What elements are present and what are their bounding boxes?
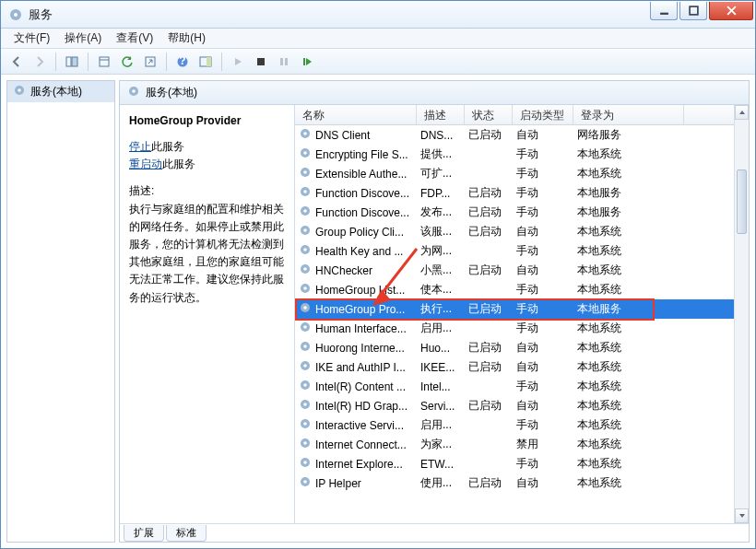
col-status[interactable]: 状态 — [465, 105, 513, 124]
service-row[interactable]: Function Discove...发布...已启动手动本地服务 — [295, 203, 749, 222]
restart-service-button[interactable] — [297, 52, 317, 72]
svg-point-26 — [303, 170, 307, 174]
service-row[interactable]: Encrypting File S...提供...手动本地系统 — [295, 145, 749, 164]
cell-desc: FDP... — [417, 187, 465, 200]
body: 服务(本地) 服务(本地) HomeGroup Provider 停止此服务 重… — [1, 75, 755, 548]
svg-point-42 — [303, 325, 307, 329]
cell-name: IKE and AuthIP I... — [315, 361, 406, 374]
scroll-up-button[interactable] — [735, 105, 749, 120]
menu-file[interactable]: 文件(F) — [6, 29, 57, 48]
service-row[interactable]: Human Interface...启用...手动本地系统 — [295, 319, 749, 338]
col-logon[interactable]: 登录为 — [573, 105, 684, 124]
cell-logon: 本地服务 — [573, 301, 684, 317]
scroll-down-button[interactable] — [735, 508, 749, 523]
menu-action[interactable]: 操作(A) — [57, 29, 109, 48]
cell-start: 手动 — [513, 456, 573, 472]
cell-logon: 本地系统 — [573, 340, 684, 356]
col-desc[interactable]: 描述 — [417, 105, 465, 124]
col-start[interactable]: 启动类型 — [513, 105, 573, 124]
service-row[interactable]: IP Helper使用...已启动自动本地系统 — [295, 473, 749, 493]
svg-point-34 — [303, 248, 307, 251]
titlebar: 服务 — [1, 1, 755, 29]
cell-logon: 本地系统 — [573, 224, 684, 239]
service-row[interactable]: DNS ClientDNS...已启动自动网络服务 — [295, 125, 749, 145]
service-row[interactable]: HomeGroup Pro...执行...已启动手动本地服务 — [295, 299, 749, 319]
gear-icon — [299, 359, 312, 375]
export-button[interactable] — [140, 52, 160, 72]
col-name[interactable]: 名称 — [295, 105, 417, 124]
cell-name: Function Discove... — [315, 187, 409, 200]
restart-link[interactable]: 重启动 — [129, 158, 162, 170]
service-row[interactable]: Internet Explore...ETW...手动本地系统 — [295, 454, 749, 473]
start-service-button[interactable] — [228, 52, 248, 72]
service-row[interactable]: HomeGroup List...使本...手动本地系统 — [295, 280, 749, 299]
gear-icon — [299, 301, 312, 317]
cell-desc: DNS... — [417, 129, 465, 142]
cell-status: 已启动 — [465, 263, 513, 278]
cell-desc: 发布... — [417, 204, 465, 220]
maximize-button[interactable] — [679, 2, 707, 20]
service-row[interactable]: Group Policy Cli...该服...已启动自动本地系统 — [295, 222, 749, 241]
cell-logon: 本地系统 — [573, 437, 684, 452]
forward-button[interactable] — [30, 52, 50, 72]
gear-icon — [299, 379, 312, 394]
service-row[interactable]: Intel(R) HD Grap...Servi...已启动自动本地系统 — [295, 396, 749, 415]
tree-root[interactable]: 服务(本地) — [7, 81, 114, 102]
pause-service-button[interactable] — [274, 52, 294, 72]
tab-extended[interactable]: 扩展 — [124, 525, 164, 542]
cell-logon: 本地系统 — [573, 456, 684, 472]
back-button[interactable] — [6, 52, 27, 72]
cell-start: 自动 — [513, 263, 573, 278]
cell-start: 手动 — [513, 204, 573, 220]
gear-icon — [299, 146, 312, 162]
service-row[interactable]: Extensible Authe...可扩...手动本地系统 — [295, 164, 749, 183]
help-button[interactable]: ? — [172, 52, 193, 72]
service-row[interactable]: Huorong Interne...Huo...已启动自动本地系统 — [295, 338, 749, 357]
service-row[interactable]: Intel(R) Content ...Intel...手动本地系统 — [295, 377, 749, 396]
service-row[interactable]: HNChecker小黑...已启动自动本地系统 — [295, 261, 749, 280]
cell-status: 已启动 — [465, 340, 513, 356]
cell-start: 手动 — [513, 379, 573, 394]
action-pane-button[interactable] — [195, 52, 216, 72]
cell-status: 已启动 — [465, 185, 513, 201]
cell-name: HomeGroup Pro... — [315, 303, 405, 316]
stop-service-button[interactable] — [251, 52, 271, 72]
cell-desc: 为家... — [417, 437, 465, 452]
tab-standard[interactable]: 标准 — [166, 525, 207, 542]
gear-icon — [299, 456, 312, 472]
cell-desc: 提供... — [417, 146, 465, 162]
svg-rect-16 — [303, 58, 305, 65]
refresh-button[interactable] — [117, 52, 137, 72]
properties-button[interactable] — [94, 52, 114, 72]
scroll-thumb[interactable] — [737, 169, 747, 234]
cell-name: Health Key and ... — [315, 245, 403, 258]
service-row[interactable]: Function Discove...FDP...已启动手动本地服务 — [295, 183, 749, 203]
cell-name: Group Policy Cli... — [315, 226, 404, 239]
svg-rect-4 — [66, 57, 71, 66]
service-row[interactable]: Health Key and ...为网...手动本地系统 — [295, 241, 749, 261]
service-row[interactable]: IKE and AuthIP I...IKEE...已启动自动本地系统 — [295, 357, 749, 377]
service-row[interactable]: Internet Connect...为家...禁用本地系统 — [295, 435, 749, 454]
minimize-button[interactable] — [650, 2, 678, 20]
cell-desc: 启用... — [417, 417, 465, 433]
cell-status: 已启动 — [465, 204, 513, 220]
description-label: 描述: — [129, 182, 285, 200]
content: HomeGroup Provider 停止此服务 重启动此服务 描述: 执行与家… — [120, 105, 749, 523]
stop-link[interactable]: 停止 — [129, 140, 151, 153]
show-hide-tree-button[interactable] — [62, 52, 82, 72]
service-row[interactable]: Interactive Servi...启用...手动本地系统 — [295, 415, 749, 435]
cell-logon: 本地服务 — [573, 204, 684, 220]
close-button[interactable] — [709, 2, 753, 20]
svg-point-44 — [303, 345, 307, 348]
cell-start: 自动 — [513, 224, 573, 239]
cell-desc: 可扩... — [417, 166, 465, 181]
cell-logon: 本地系统 — [573, 263, 684, 278]
svg-point-48 — [303, 383, 307, 387]
cell-start: 自动 — [513, 127, 573, 143]
cell-desc: 启用... — [417, 321, 465, 336]
menu-view[interactable]: 查看(V) — [109, 29, 160, 48]
cell-logon: 本地系统 — [573, 398, 684, 414]
scrollbar[interactable] — [734, 105, 749, 523]
menu-help[interactable]: 帮助(H) — [160, 29, 213, 48]
window-title: 服务 — [29, 6, 648, 23]
